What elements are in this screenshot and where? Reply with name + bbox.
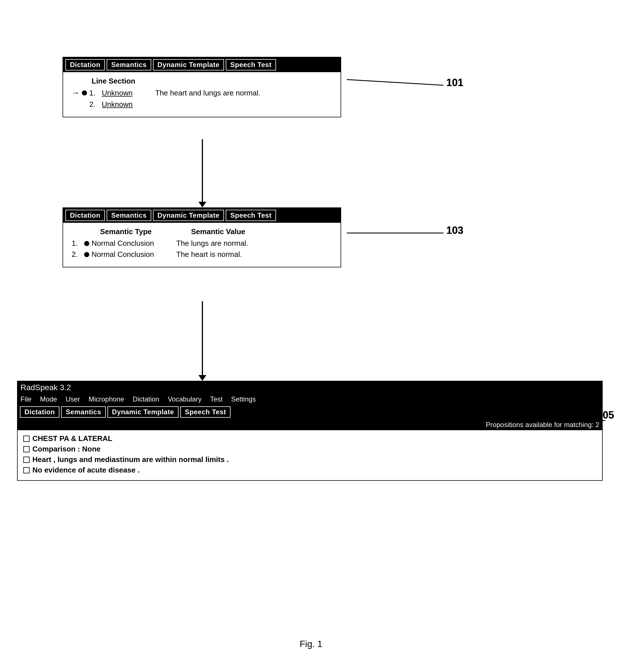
panel-101-tabs: Dictation Semantics Dynamic Template Spe…	[63, 58, 341, 72]
list-item: → 2. Unknown	[72, 100, 332, 109]
menu-user[interactable]: User	[66, 395, 80, 403]
panel-dictation: Dictation Semantics Dynamic Template Spe…	[63, 57, 341, 117]
menu-dictation[interactable]: Dictation	[133, 395, 159, 403]
radspeak-menu: File Mode User Microphone Dictation Voca…	[18, 394, 602, 405]
list-item: 2. Normal Conclusion The heart is normal…	[72, 250, 332, 259]
tab-speech-105[interactable]: Speech Test	[180, 406, 231, 418]
row-text: The heart and lungs are normal.	[155, 89, 261, 98]
checkbox-icon[interactable]	[23, 457, 30, 463]
content-text: No evidence of acute disease .	[32, 466, 140, 475]
col-headers-101: Line Section	[72, 77, 332, 85]
content-text: Heart , lungs and mediastinum are within…	[32, 455, 229, 464]
menu-microphone[interactable]: Microphone	[89, 395, 124, 403]
list-item: Heart , lungs and mediastinum are within…	[23, 455, 596, 464]
semantic-type: Normal Conclusion	[92, 239, 166, 248]
content-text: CHEST PA & LATERAL	[32, 434, 112, 443]
radspeak-content: CHEST PA & LATERAL Comparison : None Hea…	[18, 430, 602, 480]
row-number: 2.	[72, 250, 82, 259]
content-text: Comparison : None	[32, 445, 101, 453]
list-item: 1. Normal Conclusion The lungs are norma…	[72, 239, 332, 248]
label-103-text: 103	[446, 224, 463, 236]
bullet-icon	[84, 241, 89, 246]
menu-mode[interactable]: Mode	[40, 395, 57, 403]
arrow-1	[199, 139, 206, 210]
label-105-text: 105	[597, 409, 614, 421]
semantic-value: The lungs are normal.	[176, 239, 248, 248]
panel-radspeak: RadSpeak 3.2 File Mode User Microphone D…	[17, 381, 603, 481]
list-item: No evidence of acute disease .	[23, 466, 596, 475]
list-item: CHEST PA & LATERAL	[23, 434, 596, 443]
radspeak-title: RadSpeak 3.2	[18, 381, 602, 394]
panel-105-tabs: Dictation Semantics Dynamic Template Spe…	[18, 405, 602, 419]
arrow-2	[199, 301, 206, 384]
row-number: 2.	[89, 100, 100, 109]
col-semantic-value: Semantic Value	[191, 227, 245, 236]
row-section: Unknown	[102, 100, 147, 109]
semantic-type: Normal Conclusion	[92, 250, 166, 259]
tab-dynamic-105[interactable]: Dynamic Template	[107, 406, 178, 418]
row-number: 1.	[72, 239, 82, 248]
bullet-icon	[82, 90, 87, 96]
tab-speech-103[interactable]: Speech Test	[226, 210, 276, 221]
row-section: Unknown	[102, 89, 147, 98]
checkbox-icon[interactable]	[23, 467, 30, 473]
tab-dictation-105[interactable]: Dictation	[20, 406, 60, 418]
svg-line-0	[347, 80, 444, 85]
fig-caption: Fig. 1	[300, 639, 322, 649]
tab-semantics-103[interactable]: Semantics	[107, 210, 151, 221]
col-semantic-type: Semantic Type	[100, 227, 191, 236]
tab-semantics-105[interactable]: Semantics	[61, 406, 106, 418]
tab-dictation-103[interactable]: Dictation	[65, 210, 105, 221]
row-arrow-icon: →	[72, 88, 79, 98]
list-item: → 1. Unknown The heart and lungs are nor…	[72, 88, 332, 98]
menu-settings[interactable]: Settings	[231, 395, 256, 403]
list-item: Comparison : None	[23, 445, 596, 453]
panel-103-tabs: Dictation Semantics Dynamic Template Spe…	[63, 208, 341, 223]
panel-semantics: Dictation Semantics Dynamic Template Spe…	[63, 208, 341, 267]
col-section: Section	[109, 77, 166, 85]
tab-dictation-101[interactable]: Dictation	[65, 59, 105, 71]
col-line: Line	[92, 77, 109, 85]
semantic-value: The heart is normal.	[176, 250, 242, 259]
checkbox-icon[interactable]	[23, 446, 30, 452]
tab-dynamic-103[interactable]: Dynamic Template	[153, 210, 224, 221]
bullet-icon	[84, 252, 89, 257]
tab-dynamic-101[interactable]: Dynamic Template	[153, 59, 224, 71]
panel-101-body: Line Section → 1. Unknown The heart and …	[63, 72, 341, 117]
row-number: 1.	[89, 89, 100, 98]
label-101-text: 101	[446, 77, 463, 89]
panel-103-body: Semantic Type Semantic Value 1. Normal C…	[63, 223, 341, 267]
col-headers-103: Semantic Type Semantic Value	[72, 227, 332, 236]
checkbox-icon[interactable]	[23, 436, 30, 442]
tab-semantics-101[interactable]: Semantics	[107, 59, 151, 71]
radspeak-status: Propositions available for matching: 2	[18, 419, 602, 430]
menu-test[interactable]: Test	[210, 395, 222, 403]
tab-speech-101[interactable]: Speech Test	[226, 59, 276, 71]
menu-file[interactable]: File	[21, 395, 32, 403]
menu-vocabulary[interactable]: Vocabulary	[168, 395, 202, 403]
